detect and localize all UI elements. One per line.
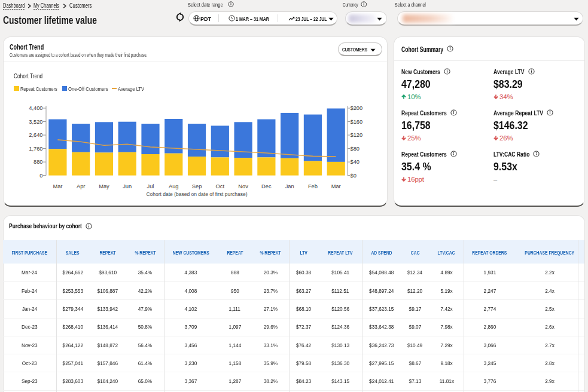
svg-text:Mar: Mar (53, 183, 62, 189)
svg-text:Oct: Oct (216, 183, 225, 189)
svg-text:3,520: 3,520 (29, 119, 42, 125)
svg-text:$120: $120 (351, 132, 363, 138)
svg-text:Dec: Dec (261, 183, 272, 189)
svg-text:Nov: Nov (238, 183, 248, 189)
svg-text:Jul: Jul (147, 183, 154, 189)
svg-text:$160: $160 (351, 119, 363, 125)
svg-text:2,640: 2,640 (29, 132, 42, 138)
svg-text:0: 0 (39, 173, 42, 179)
svg-text:$40: $40 (351, 159, 360, 165)
svg-text:Mar: Mar (331, 183, 341, 189)
svg-text:$80: $80 (351, 146, 360, 152)
svg-text:1,760: 1,760 (29, 146, 42, 152)
svg-text:Cohort date (based on date of: Cohort date (based on date of first purc… (146, 191, 247, 197)
svg-text:Feb: Feb (308, 183, 318, 189)
svg-text:Jun: Jun (123, 183, 132, 189)
svg-text:4,400: 4,400 (29, 105, 42, 111)
svg-text:Sep: Sep (192, 183, 202, 189)
svg-text:$200: $200 (351, 105, 363, 111)
svg-text:Apr: Apr (77, 183, 85, 189)
svg-text:Aug: Aug (169, 183, 179, 189)
svg-text:Jan: Jan (285, 183, 294, 189)
svg-text:$0: $0 (351, 173, 357, 179)
svg-text:May: May (99, 183, 109, 189)
svg-text:880: 880 (33, 159, 43, 165)
